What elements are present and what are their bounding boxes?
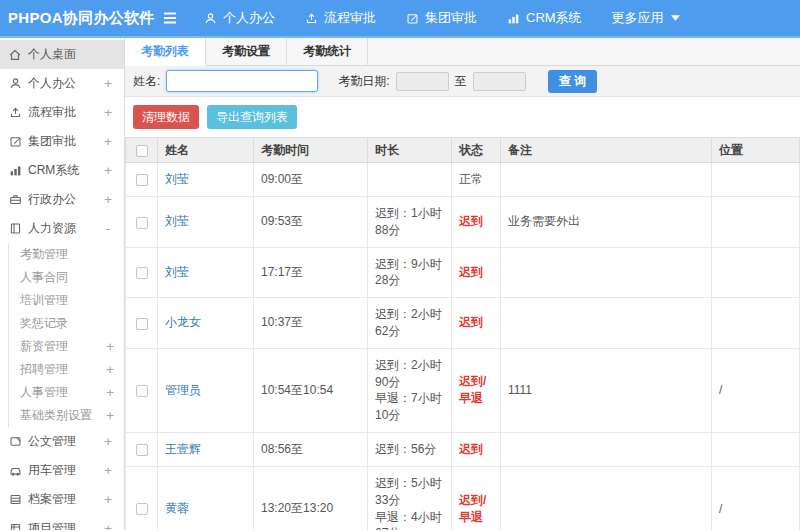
duration-cell: 迟到：56分 [368, 432, 452, 466]
sidebar-item-official-document-management[interactable]: 公文管理+ [0, 427, 124, 456]
date-to-input[interactable] [473, 72, 526, 91]
row-checkbox[interactable] [136, 217, 148, 229]
sidebar-item-personnel-management[interactable]: 人事管理+ [9, 381, 124, 404]
nav-crm-system[interactable]: CRM系统 [507, 9, 582, 27]
sidebar-item-salary-management[interactable]: 薪资管理+ [9, 335, 124, 358]
select-all-checkbox[interactable] [136, 145, 148, 157]
row-checkbox[interactable] [136, 267, 148, 279]
employee-name-link[interactable]: 小龙女 [165, 315, 201, 329]
expand-toggle[interactable]: + [106, 362, 114, 377]
expand-toggle[interactable]: + [104, 163, 112, 178]
expand-toggle[interactable]: + [104, 434, 112, 449]
sidebar-item-personal-office[interactable]: 个人办公+ [0, 69, 124, 98]
sidebar-item-reward-punishment-record[interactable]: 奖惩记录 [9, 312, 124, 335]
expand-toggle[interactable]: + [104, 192, 112, 207]
sidebar-item-workflow-approval[interactable]: 流程审批+ [0, 98, 124, 127]
checkbox-cell [126, 247, 158, 298]
expand-toggle[interactable]: + [104, 76, 112, 91]
duration-cell [368, 163, 452, 197]
sidebar-item-vehicle-management[interactable]: 用车管理+ [0, 456, 124, 485]
status-cell: 正常 [452, 163, 501, 197]
search-button[interactable]: 查 询 [548, 70, 597, 93]
clear-data-button[interactable]: 清理数据 [133, 105, 199, 129]
sidebar-item-personnel-contract[interactable]: 人事合同 [9, 266, 124, 289]
export-list-button[interactable]: 导出查询列表 [207, 105, 297, 129]
column-header: 备注 [501, 138, 712, 163]
hamburger-icon[interactable] [162, 11, 178, 25]
sidebar-item-human-resources[interactable]: 人力资源- [0, 214, 124, 243]
nav-workflow-approval[interactable]: 流程审批 [305, 9, 376, 27]
employee-name-link[interactable]: 刘莹 [165, 172, 189, 186]
location-cell: / [712, 348, 800, 432]
checkbox-cell [126, 298, 158, 349]
note-cell [501, 163, 712, 197]
expand-toggle[interactable]: + [104, 521, 112, 530]
nav-more-apps[interactable]: 更多应用 [612, 9, 680, 27]
duration-cell: 迟到：2小时62分 [368, 298, 452, 349]
employee-name-link[interactable]: 王壹辉 [165, 442, 201, 456]
tab-attendance-statistics[interactable]: 考勤统计 [287, 38, 368, 66]
status-badge: 迟到 [459, 442, 483, 456]
expand-toggle[interactable]: + [104, 492, 112, 507]
sidebar-item-personal-desktop[interactable]: 个人桌面 [0, 40, 124, 69]
to-label: 至 [455, 73, 467, 90]
sidebar-item-label: 培训管理 [20, 292, 68, 309]
duration-line: 迟到：2小时90分 [375, 357, 444, 391]
employee-name-link[interactable]: 管理员 [165, 383, 201, 397]
expand-toggle[interactable]: + [104, 134, 112, 149]
tab-attendance-list[interactable]: 考勤列表 [125, 38, 206, 66]
status-cell: 迟到 [452, 432, 501, 466]
sidebar-item-basic-category-settings[interactable]: 基础类别设置+ [9, 404, 124, 427]
expand-toggle[interactable]: - [104, 221, 112, 236]
row-checkbox[interactable] [136, 318, 148, 330]
date-from-input[interactable] [396, 72, 449, 91]
sidebar-item-label: 流程审批 [28, 104, 76, 121]
nav-label: 集团审批 [425, 9, 477, 27]
caret-down-icon [671, 15, 680, 21]
sidebar-item-label: 考勤管理 [20, 246, 68, 263]
sidebar-item-crm-system[interactable]: CRM系统+ [0, 156, 124, 185]
expand-toggle[interactable]: + [106, 408, 114, 423]
duration-cell: 迟到：5小时33分早退：4小时67分 [368, 466, 452, 530]
sidebar-item-label: 奖惩记录 [20, 315, 68, 332]
tab-attendance-settings[interactable]: 考勤设置 [206, 38, 287, 66]
sidebar-item-training-management[interactable]: 培训管理 [9, 289, 124, 312]
time-cell: 09:00至 [254, 163, 368, 197]
employee-name-link[interactable]: 刘莹 [165, 265, 189, 279]
sidebar-item-recruitment-management[interactable]: 招聘管理+ [9, 358, 124, 381]
sidebar-item-group-approval[interactable]: 集团审批+ [0, 127, 124, 156]
expand-toggle[interactable]: + [104, 105, 112, 120]
attendance-row: 管理员10:54至10:54迟到：2小时90分早退：7小时10分迟到/早退111… [126, 348, 800, 432]
sidebar-item-label: 集团审批 [28, 133, 76, 150]
row-checkbox[interactable] [136, 385, 148, 397]
expand-toggle[interactable]: + [104, 463, 112, 478]
sidebar-item-archive-management[interactable]: 档案管理+ [0, 485, 124, 514]
column-header: 时长 [368, 138, 452, 163]
expand-toggle[interactable]: + [106, 385, 114, 400]
note-cell [501, 298, 712, 349]
sidebar-item-project-management[interactable]: 项目管理+ [0, 514, 124, 530]
expand-toggle[interactable]: + [106, 339, 114, 354]
filter-bar: 姓名: 考勤日期: 至 查 询 [125, 66, 800, 97]
status-badge: 正常 [459, 172, 483, 186]
column-header: 状态 [452, 138, 501, 163]
name-input[interactable] [166, 70, 318, 92]
row-checkbox[interactable] [136, 444, 148, 456]
employee-name-link[interactable]: 黄蓉 [165, 501, 189, 515]
sidebar-item-administrative-office[interactable]: 行政办公+ [0, 185, 124, 214]
tab-strip: 考勤列表考勤设置考勤统计 [125, 38, 800, 66]
column-header: 位置 [712, 138, 800, 163]
sidebar-item-label: 个人办公 [28, 75, 76, 92]
employee-name-link[interactable]: 刘莹 [165, 214, 189, 228]
nav-group-approval[interactable]: 集团审批 [406, 9, 477, 27]
duration-cell: 迟到：9小时28分 [368, 247, 452, 298]
duration-line: 早退：4小时67分 [375, 509, 444, 530]
row-checkbox[interactable] [136, 174, 148, 186]
nav-personal-office[interactable]: 个人办公 [204, 9, 275, 27]
action-bar: 清理数据 导出查询列表 [125, 97, 800, 137]
row-checkbox[interactable] [136, 503, 148, 515]
attendance-row: 黄蓉13:20至13:20迟到：5小时33分早退：4小时67分迟到/早退/ [126, 466, 800, 530]
checkbox-cell [126, 348, 158, 432]
sidebar-item-label: 公文管理 [28, 433, 76, 450]
sidebar-item-attendance-management[interactable]: 考勤管理 [9, 243, 124, 266]
